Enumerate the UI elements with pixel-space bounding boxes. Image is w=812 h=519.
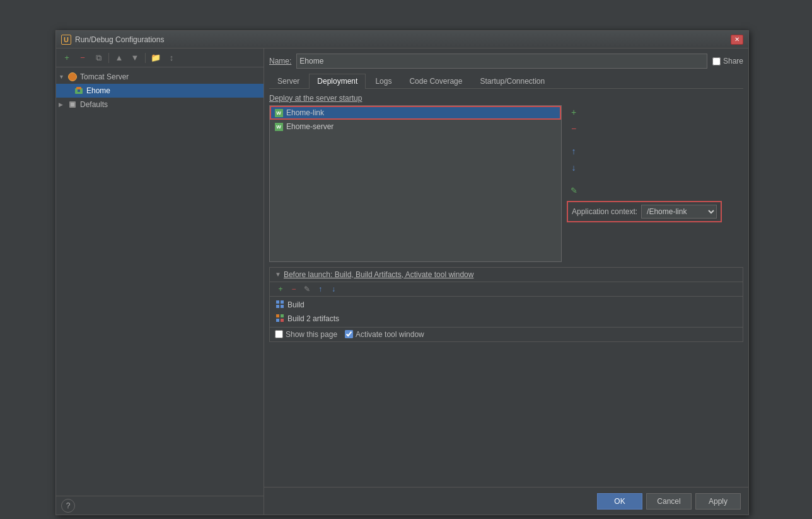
bl-edit-button[interactable]: ✎ [301, 283, 313, 295]
tree-label-defaults: Defaults [80, 100, 108, 109]
tree-node-tomcat-group[interactable]: ▼ Tomcat Server [56, 70, 264, 84]
bl-item-artifacts: Build 2 artifacts [270, 312, 743, 326]
dialog-icon: U [61, 35, 71, 45]
tree-label-tomcat: Tomcat Server [80, 72, 129, 81]
before-launch-items: Build Build 2 artifacts [270, 297, 743, 327]
show-page-row: Show this page [275, 330, 337, 339]
bl-add-button[interactable]: + [275, 283, 286, 295]
bl-artifacts-icon [275, 314, 285, 324]
deploy-content: W Ehome-link W Ehome-server [269, 105, 743, 262]
activate-tool-window-row: Activate tool window [345, 330, 424, 339]
tree-toggle-tomcat: ▼ [59, 74, 67, 80]
apply-button[interactable]: Apply [695, 493, 741, 510]
bl-build-label: Build [287, 300, 304, 309]
copy-config-button[interactable]: ⧉ [91, 51, 105, 65]
bl-down-button[interactable]: ↓ [328, 283, 339, 295]
activate-tool-window-checkbox[interactable] [345, 330, 353, 338]
artifact-icon-ehome-server: W [274, 122, 284, 132]
bl-up-button[interactable]: ↑ [315, 283, 326, 295]
dialog-footer: OK Cancel Apply [264, 487, 748, 515]
before-launch-title: Before launch: Build, Build Artifacts, A… [284, 270, 474, 279]
tree-node-ehome[interactable]: Ehome [56, 84, 264, 98]
close-button[interactable]: ✕ [731, 35, 743, 45]
left-toolbar: + − ⧉ ▲ ▼ 📁 ↕ [56, 48, 264, 67]
before-launch-toolbar: + − ✎ ↑ ↓ [270, 282, 743, 297]
artifact-item-ehome-server[interactable]: W Ehome-server [270, 120, 561, 134]
share-label: Share [723, 57, 743, 66]
bl-build-icon [275, 300, 285, 310]
tree-toggle-defaults: ▶ [59, 101, 67, 108]
right-panel: Name: Share Server Deployment Logs Code … [264, 48, 748, 515]
activate-tool-window-label: Activate tool window [356, 330, 424, 339]
artifact-label-ehome-server: Ehome-server [286, 122, 334, 131]
run-debug-dialog: U Run/Debug Configurations ✕ + − ⧉ ▲ ▼ 📁… [55, 30, 749, 515]
tab-code-coverage[interactable]: Code Coverage [401, 74, 470, 88]
share-row: Share [712, 57, 743, 66]
show-page-label: Show this page [286, 330, 337, 339]
left-bottom: ? [56, 496, 264, 515]
tab-server[interactable]: Server [269, 74, 308, 88]
move-artifact-up-button[interactable]: ↑ [567, 144, 581, 158]
add-artifact-button[interactable]: + [567, 105, 581, 119]
deploy-section-label: Deploy at the server startup [269, 94, 743, 103]
edit-artifact-button[interactable]: ✎ [567, 183, 581, 197]
name-input[interactable] [296, 54, 707, 69]
tab-logs[interactable]: Logs [367, 74, 400, 88]
add-config-button[interactable]: + [60, 51, 74, 65]
before-launch-toggle[interactable]: ▼ [275, 271, 281, 278]
folder-button[interactable]: 📁 [149, 51, 163, 65]
cancel-button[interactable]: Cancel [646, 493, 692, 510]
deployment-section: Deploy at the server startup W Ehome-lin… [269, 94, 743, 262]
svg-rect-1 [76, 87, 81, 89]
svg-rect-2 [78, 89, 80, 92]
move-down-button[interactable]: ▼ [128, 51, 142, 65]
dialog-title: Run/Debug Configurations [75, 35, 731, 44]
artifact-item-ehome-link[interactable]: W Ehome-link [270, 106, 561, 120]
bl-remove-button[interactable]: − [288, 283, 299, 295]
tab-startup[interactable]: Startup/Connection [472, 74, 553, 88]
deploy-actions: + − ↑ ↓ ✎ [567, 105, 581, 197]
bl-item-build: Build [270, 298, 743, 312]
dialog-body: + − ⧉ ▲ ▼ 📁 ↕ ▼ Tomcat Server [56, 48, 748, 515]
defaults-icon [67, 100, 78, 110]
config-tree: ▼ Tomcat Server Ehome [56, 67, 264, 496]
app-context-panel: Application context: /Ehome-link /Ehome-… [567, 201, 722, 222]
before-launch-footer: Show this page Activate tool window [270, 327, 743, 341]
toolbar-separator-2 [145, 53, 146, 63]
share-checkbox[interactable] [712, 57, 721, 66]
name-row: Name: Share [269, 54, 743, 69]
artifact-label-ehome-link: Ehome-link [286, 108, 324, 117]
ok-button[interactable]: OK [597, 493, 642, 510]
tree-node-defaults[interactable]: ▶ Defaults [56, 98, 264, 111]
tab-deployment[interactable]: Deployment [309, 74, 366, 89]
app-context-label: Application context: [572, 207, 637, 216]
app-context-select[interactable]: /Ehome-link /Ehome-server / [641, 205, 717, 219]
sort-button[interactable]: ↕ [165, 51, 178, 65]
remove-config-button[interactable]: − [76, 51, 90, 65]
tree-label-ehome: Ehome [86, 86, 110, 95]
svg-rect-4 [71, 103, 74, 106]
deploy-right-panel: + − ↑ ↓ ✎ Application context: /Ehome-li… [567, 105, 743, 262]
artifact-icon-ehome-link: W [274, 108, 284, 118]
bl-artifacts-label: Build 2 artifacts [287, 314, 339, 323]
ehome-config-icon [74, 86, 84, 96]
help-button[interactable]: ? [61, 499, 75, 513]
tabs-row: Server Deployment Logs Code Coverage Sta… [269, 74, 743, 89]
before-launch-header: ▼ Before launch: Build, Build Artifacts,… [270, 268, 743, 282]
tomcat-group-icon [67, 72, 78, 82]
move-up-button[interactable]: ▲ [112, 51, 126, 65]
artifact-list: W Ehome-link W Ehome-server [269, 105, 562, 262]
before-launch-section: ▼ Before launch: Build, Build Artifacts,… [269, 267, 743, 342]
dialog-titlebar: U Run/Debug Configurations ✕ [56, 31, 748, 48]
toolbar-separator-1 [108, 53, 109, 63]
remove-artifact-button[interactable]: − [567, 122, 581, 135]
name-label: Name: [269, 57, 291, 66]
left-panel: + − ⧉ ▲ ▼ 📁 ↕ ▼ Tomcat Server [56, 48, 264, 515]
show-page-checkbox[interactable] [275, 330, 283, 338]
move-artifact-down-button[interactable]: ↓ [567, 161, 581, 174]
